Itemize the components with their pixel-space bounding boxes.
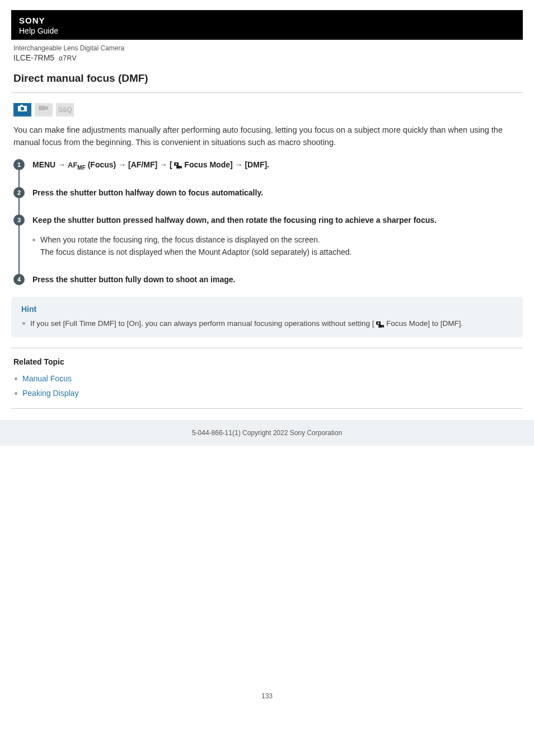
related-topic-section: Related Topic Manual Focus Peaking Displ… <box>11 348 523 408</box>
step-heading: Keep the shutter button pressed halfway … <box>32 214 521 226</box>
svg-point-2 <box>21 107 24 110</box>
svg-point-10 <box>378 322 380 324</box>
step-4: 4 Press the shutter button fully down to… <box>13 274 521 291</box>
title-divider <box>11 92 523 93</box>
camera-video-icon <box>174 162 182 169</box>
af-mf-icon: AFMF <box>68 161 86 169</box>
step-heading: Press the shutter button fully down to s… <box>32 274 521 286</box>
related-link-item: Manual Focus <box>22 372 523 386</box>
page-title: Direct manual focus (DMF) <box>13 72 523 85</box>
step-3: 3 Keep the shutter button pressed halfwa… <box>13 214 521 274</box>
svg-marker-8 <box>180 166 182 169</box>
step-connector <box>18 170 20 188</box>
step1-pre: MENU → <box>32 160 68 169</box>
hint-box: Hint If you set [Full Time DMF] to [On],… <box>11 297 523 338</box>
related-link-manual-focus[interactable]: Manual Focus <box>22 374 72 383</box>
step-heading: MENU → AFMF (Focus) → [AF/MF] → [ Focus … <box>32 159 521 172</box>
copyright-footer: 5-044-866-11(1) Copyright 2022 Sony Corp… <box>0 420 534 446</box>
model-suffix: α7RV <box>59 54 77 62</box>
step-number: 1 <box>13 159 25 170</box>
step-number: 3 <box>13 214 25 226</box>
intro-paragraph: You can make fine adjustments manually a… <box>13 124 521 149</box>
step-2: 2 Press the shutter button halfway down … <box>13 187 521 214</box>
video-mode-icon <box>35 103 53 116</box>
hint-title: Hint <box>21 305 513 314</box>
step-1: 1 MENU → AFMF (Focus) → [AF/MF] → [ Focu… <box>13 159 521 188</box>
svg-marker-12 <box>382 325 384 328</box>
model-number: ILCE-7RM5 <box>13 53 54 62</box>
step-connector <box>18 226 20 274</box>
page-header: SONY Help Guide <box>11 10 523 40</box>
step-connector <box>18 198 20 214</box>
step-heading: Press the shutter button halfway down to… <box>32 187 521 199</box>
page-number: 133 <box>0 692 534 708</box>
related-link-peaking-display[interactable]: Peaking Display <box>22 389 78 398</box>
product-type: Interchangeable Lens Digital Camera <box>11 44 523 52</box>
mode-icon-row: S&Q <box>13 103 523 116</box>
camera-video-icon <box>376 321 384 328</box>
svg-rect-3 <box>39 106 45 110</box>
steps-list: 1 MENU → AFMF (Focus) → [AF/MF] → [ Focu… <box>13 159 521 292</box>
model-line: ILCE-7RM5 α7RV <box>11 53 523 62</box>
svg-rect-1 <box>20 105 23 106</box>
photo-mode-icon <box>13 103 31 116</box>
brand-logo: SONY <box>19 16 515 25</box>
step1-mid2: Focus Mode] → [DMF]. <box>182 160 269 169</box>
svg-rect-11 <box>378 325 382 328</box>
step-number: 4 <box>13 274 25 285</box>
svg-point-6 <box>176 163 177 165</box>
slow-quick-mode-icon: S&Q <box>56 103 74 116</box>
related-title: Related Topic <box>13 357 523 366</box>
svg-marker-4 <box>45 106 48 110</box>
step3-note: When you rotate the focusing ring, the f… <box>40 234 521 258</box>
help-guide-label: Help Guide <box>19 26 58 35</box>
step-number: 2 <box>13 187 25 198</box>
svg-rect-7 <box>176 166 180 169</box>
hint-item: If you set [Full Time DMF] to [On], you … <box>30 318 513 330</box>
step1-mid1: (Focus) → [AF/MF] → [ <box>86 160 175 169</box>
step-sub-notes: When you rotate the focusing ring, the f… <box>32 234 521 258</box>
related-link-item: Peaking Display <box>22 386 523 400</box>
